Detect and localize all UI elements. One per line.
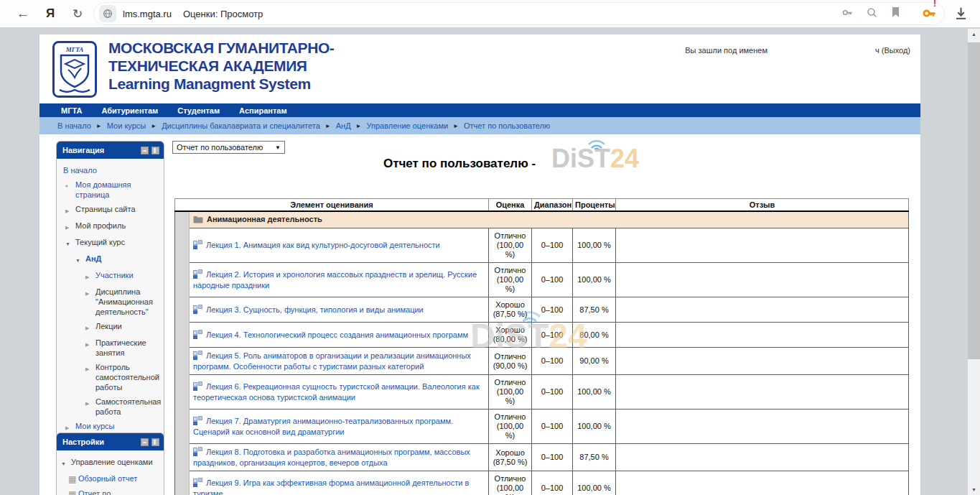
grade-row: Лекция 1. Анимация как вид культурно-дос… bbox=[175, 228, 909, 263]
breadcrumb: В начало ► Мои курсы ► Дисциплины бакала… bbox=[39, 117, 920, 134]
activity-link[interactable]: Лекция 7. Драматургия анимационно-театра… bbox=[193, 417, 453, 436]
breadcrumb-link[interactable]: АнД bbox=[336, 121, 351, 130]
breadcrumb-link[interactable]: В начало bbox=[57, 121, 91, 130]
sidebar-item[interactable]: Страницы сайта bbox=[57, 204, 161, 216]
zoom-icon[interactable] bbox=[866, 6, 878, 22]
scroll-down-icon[interactable]: ▼ bbox=[968, 484, 980, 495]
logout-link[interactable]: ч (Выход) bbox=[875, 46, 910, 55]
sidebar-item[interactable]: Моя домашняя страница bbox=[57, 180, 161, 200]
tree-toggle-icon[interactable] bbox=[85, 287, 95, 317]
tree-toggle-icon[interactable] bbox=[65, 237, 75, 249]
sidebar-item-label[interactable]: Лекции bbox=[95, 321, 122, 333]
sidebar-item-label[interactable]: Страницы сайта bbox=[75, 204, 136, 216]
password-alert-icon[interactable]: ! bbox=[922, 6, 937, 24]
block-dock-icon[interactable] bbox=[151, 147, 159, 154]
page-card: МГТА МОСКОВСКАЯ ГУМАНИТАРНО- ТЕХНИЧЕСКАЯ… bbox=[39, 34, 920, 495]
login-info: Вы зашли под именем ч (Выход) bbox=[685, 46, 910, 55]
block-collapse-icon[interactable] bbox=[141, 147, 149, 154]
percent-cell: 100,00 % bbox=[573, 263, 616, 297]
tree-toggle-icon[interactable] bbox=[65, 221, 75, 233]
activity-link[interactable]: Лекция 3. Сущность, функция, типология и… bbox=[206, 305, 424, 314]
grade-cell: Хорошо (87,50 %) bbox=[489, 297, 532, 323]
block-collapse-icon[interactable] bbox=[141, 438, 149, 446]
feedback-cell bbox=[616, 444, 909, 471]
reload-icon[interactable]: ↻ bbox=[69, 5, 86, 22]
percent-cell: 80,00 % bbox=[573, 323, 616, 348]
sidebar-item[interactable]: Мои курсы bbox=[57, 421, 161, 433]
breadcrumb-link[interactable]: Мои курсы bbox=[107, 121, 146, 130]
nav-menu-item[interactable]: Абитуриентам bbox=[101, 106, 158, 115]
grade-cell: Хорошо (87,50 %) bbox=[489, 444, 532, 471]
tree-toggle-icon[interactable] bbox=[85, 362, 95, 392]
academy-title-line2: ТЕХНИЧЕСКАЯ АКАДЕМИЯ bbox=[108, 57, 334, 75]
sidebar-item[interactable]: Контроль самостоятельной работы bbox=[57, 362, 161, 392]
settings-item-icon[interactable] bbox=[68, 489, 78, 495]
range-cell: 0–100 bbox=[532, 228, 573, 263]
settings-item-icon[interactable] bbox=[61, 457, 71, 469]
sidebar-item-label[interactable]: АнД bbox=[85, 254, 101, 266]
settings-item-icon[interactable] bbox=[68, 473, 78, 484]
settings-item-label[interactable]: Отчет по пользователю bbox=[78, 489, 161, 495]
sidebar-item[interactable]: Мой профиль bbox=[57, 221, 161, 233]
breadcrumb-link[interactable]: Отчет по пользователю bbox=[464, 121, 550, 130]
breadcrumb-link[interactable]: Управление оценками bbox=[367, 121, 449, 130]
tree-toggle-icon[interactable] bbox=[65, 204, 75, 216]
nav-menu-item[interactable]: Аспирантам bbox=[239, 106, 286, 115]
activity-icon bbox=[193, 447, 203, 458]
activity-link[interactable]: Лекция 5. Роль аниматоров в организации … bbox=[193, 351, 471, 371]
scrollbar-thumb[interactable] bbox=[968, 42, 980, 359]
sidebar-item-label[interactable]: Текущий курс bbox=[75, 237, 125, 249]
tree-toggle-icon[interactable] bbox=[85, 270, 95, 282]
tree-toggle-icon[interactable] bbox=[75, 254, 85, 266]
sidebar-item-label[interactable]: Контроль самостоятельной работы bbox=[95, 362, 161, 392]
sidebar-item-label[interactable]: Моя домашняя страница bbox=[75, 180, 161, 200]
tree-toggle-icon[interactable] bbox=[85, 397, 95, 417]
settings-item-label[interactable]: Управление оценками bbox=[71, 457, 153, 469]
activity-link[interactable]: Лекция 4. Технологический процесс создан… bbox=[206, 330, 468, 339]
sidebar-item[interactable]: Дисциплина "Анимационная деятельность" bbox=[57, 287, 161, 317]
sidebar-item-label[interactable]: Самостоятельная работа bbox=[95, 397, 161, 417]
grade-cell: Отлично (100,00 %) bbox=[489, 263, 532, 297]
sidebar-item-label[interactable]: В начало bbox=[63, 165, 97, 175]
sidebar-item-label[interactable]: Мой профиль bbox=[75, 221, 126, 233]
sidebar-item-label[interactable]: Участники bbox=[95, 270, 134, 282]
yandex-logo[interactable]: Я bbox=[42, 5, 59, 22]
bookmark-icon[interactable] bbox=[890, 6, 901, 21]
address-bar[interactable]: lms.mgta.ru Оценки: Просмотр bbox=[93, 2, 945, 25]
sidebar-item[interactable]: Текущий курс bbox=[57, 237, 161, 249]
scroll-up-icon[interactable]: ▲ bbox=[968, 29, 980, 40]
download-icon[interactable] bbox=[953, 6, 969, 24]
tree-toggle-icon[interactable] bbox=[85, 338, 95, 358]
settings-item[interactable]: Отчет по пользователю bbox=[57, 489, 161, 495]
sidebar-item[interactable]: Лекции bbox=[57, 321, 161, 333]
activity-link[interactable]: Лекция 2. История и хронология массовых … bbox=[193, 270, 477, 290]
key-icon[interactable] bbox=[841, 6, 854, 22]
sidebar-item[interactable]: Самостоятельная работа bbox=[57, 397, 161, 417]
nav-menu-item[interactable]: МГТА bbox=[61, 106, 82, 115]
settings-item[interactable]: Обзорный отчет bbox=[57, 473, 161, 484]
page-scrollbar[interactable]: ▲ ▼ bbox=[968, 29, 980, 495]
tree-toggle-icon[interactable] bbox=[65, 180, 75, 200]
report-type-select[interactable]: Отчет по пользователю ▼ bbox=[172, 141, 285, 154]
sidebar-item[interactable]: В начало bbox=[57, 165, 161, 175]
settings-item[interactable]: Управление оценками bbox=[57, 457, 161, 469]
activity-link[interactable]: Лекция 1. Анимация как вид культурно-дос… bbox=[206, 241, 440, 249]
sidebar-item[interactable]: Практические занятия bbox=[57, 338, 161, 358]
activity-link[interactable]: Лекция 9. Игра как эффективная форма ани… bbox=[193, 478, 469, 495]
tree-toggle-icon[interactable] bbox=[85, 321, 95, 333]
url-text[interactable]: lms.mgta.ru bbox=[123, 9, 172, 19]
sidebar-item-label[interactable]: Мои курсы bbox=[75, 421, 114, 433]
block-dock-icon[interactable] bbox=[151, 438, 159, 446]
sidebar-item[interactable]: Участники bbox=[57, 270, 161, 282]
settings-item-label[interactable]: Обзорный отчет bbox=[78, 473, 137, 484]
sidebar-item-label[interactable]: Дисциплина "Анимационная деятельность" bbox=[95, 287, 161, 317]
sidebar-item-label[interactable]: Практические занятия bbox=[95, 338, 161, 358]
sidebar-item[interactable]: АнД bbox=[57, 254, 161, 266]
activity-link[interactable]: Лекция 8. Подготовка и разработка анимац… bbox=[193, 448, 470, 467]
activity-icon bbox=[193, 330, 203, 341]
back-icon[interactable]: ← bbox=[14, 5, 32, 22]
breadcrumb-link[interactable]: Дисциплины бакалавриата и специалитета bbox=[162, 121, 320, 130]
nav-menu-item[interactable]: Студентам bbox=[177, 106, 220, 115]
activity-link[interactable]: Лекция 6. Рекреационная сущность туристс… bbox=[193, 382, 480, 402]
tree-toggle-icon[interactable] bbox=[65, 421, 75, 433]
